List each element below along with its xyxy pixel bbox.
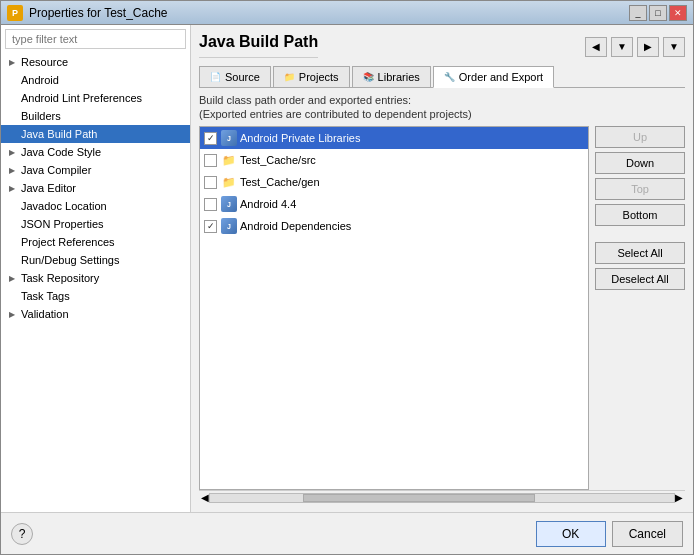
tab-order-export-label: Order and Export	[459, 71, 543, 83]
minimize-button[interactable]: _	[629, 5, 647, 21]
sidebar-item-label: Task Tags	[21, 290, 70, 302]
sidebar-item-label: Validation	[21, 308, 69, 320]
tab-order-export[interactable]: 🔧 Order and Export	[433, 66, 554, 88]
tab-libraries[interactable]: 📚 Libraries	[352, 66, 431, 87]
select-all-button[interactable]: Select All	[595, 242, 685, 264]
sidebar: ▶ Resource ▶ Android ▶ Android Lint Pref…	[1, 25, 191, 512]
tree-area: ▶ Resource ▶ Android ▶ Android Lint Pref…	[1, 53, 190, 512]
sidebar-item-label: Android Lint Preferences	[21, 92, 142, 104]
order-export-list[interactable]: J Android Private Libraries 📁 Test_Cache…	[199, 126, 589, 490]
forward-button[interactable]: ▶	[637, 37, 659, 57]
item-checkbox[interactable]	[204, 154, 217, 167]
bottom-buttons: OK Cancel	[536, 521, 683, 547]
sidebar-item-builders[interactable]: ▶ Builders	[1, 107, 190, 125]
expand-icon: ▶	[5, 145, 19, 159]
list-item-label: Android Private Libraries	[240, 132, 360, 144]
sidebar-item-label: Resource	[21, 56, 68, 68]
list-item[interactable]: J Android Dependencies	[200, 215, 588, 237]
nav-dropdown[interactable]: ▼	[611, 37, 633, 57]
side-buttons: Up Down Top Bottom Select All Deselect A…	[595, 126, 685, 490]
maximize-button[interactable]: □	[649, 5, 667, 21]
nav-menu-button[interactable]: ▼	[663, 37, 685, 57]
up-button[interactable]: Up	[595, 126, 685, 148]
tab-source[interactable]: 📄 Source	[199, 66, 271, 87]
sidebar-item-task-tags[interactable]: ▶ Task Tags	[1, 287, 190, 305]
sidebar-item-java-editor[interactable]: ▶ Java Editor	[1, 179, 190, 197]
panel-title: Java Build Path	[199, 33, 318, 58]
description-line2: (Exported entries are contributed to dep…	[199, 108, 685, 120]
deselect-all-button[interactable]: Deselect All	[595, 268, 685, 290]
scroll-left-button[interactable]: ◀	[201, 492, 209, 503]
tab-projects[interactable]: 📁 Projects	[273, 66, 350, 87]
main-content: J Android Private Libraries 📁 Test_Cache…	[199, 126, 685, 490]
item-checkbox[interactable]	[204, 176, 217, 189]
top-button[interactable]: Top	[595, 178, 685, 200]
expand-icon: ▶	[5, 307, 19, 321]
list-item-label: Android 4.4	[240, 198, 296, 210]
sidebar-item-java-build-path[interactable]: ▶ Java Build Path	[1, 125, 190, 143]
list-item[interactable]: 📁 Test_Cache/gen	[200, 171, 588, 193]
horizontal-scrollbar-area: ◀ ▶	[199, 490, 685, 504]
title-buttons: _ □ ✕	[629, 5, 687, 21]
sidebar-item-java-compiler[interactable]: ▶ Java Compiler	[1, 161, 190, 179]
sidebar-item-project-references[interactable]: ▶ Project References	[1, 233, 190, 251]
title-bar: P Properties for Test_Cache _ □ ✕	[1, 1, 693, 25]
sidebar-item-json-properties[interactable]: ▶ JSON Properties	[1, 215, 190, 233]
close-button[interactable]: ✕	[669, 5, 687, 21]
scrollbar-thumb[interactable]	[303, 494, 535, 502]
sidebar-item-label: Java Editor	[21, 182, 76, 194]
list-item-label: Test_Cache/src	[240, 154, 316, 166]
expand-icon: ▶	[5, 163, 19, 177]
source-tab-icon: 📄	[210, 72, 221, 82]
sidebar-item-label: Builders	[21, 110, 61, 122]
tab-libraries-label: Libraries	[378, 71, 420, 83]
item-checkbox[interactable]	[204, 220, 217, 233]
list-item[interactable]: J Android 4.4	[200, 193, 588, 215]
filter-input[interactable]	[5, 29, 186, 49]
tab-source-label: Source	[225, 71, 260, 83]
help-button[interactable]: ?	[11, 523, 33, 545]
bottom-bar: ? OK Cancel	[1, 512, 693, 554]
cancel-button[interactable]: Cancel	[612, 521, 683, 547]
list-item[interactable]: J Android Private Libraries	[200, 127, 588, 149]
ok-button[interactable]: OK	[536, 521, 606, 547]
sidebar-item-task-repository[interactable]: ▶ Task Repository	[1, 269, 190, 287]
bottom-button[interactable]: Bottom	[595, 204, 685, 226]
folder-icon: 📁	[221, 174, 237, 190]
sidebar-item-label: Javadoc Location	[21, 200, 107, 212]
horizontal-scrollbar[interactable]	[209, 493, 675, 503]
back-button[interactable]: ◀	[585, 37, 607, 57]
down-button[interactable]: Down	[595, 152, 685, 174]
sidebar-item-label: Java Compiler	[21, 164, 91, 176]
item-checkbox[interactable]	[204, 132, 217, 145]
sidebar-item-label: Task Repository	[21, 272, 99, 284]
item-checkbox[interactable]	[204, 198, 217, 211]
list-item[interactable]: 📁 Test_Cache/src	[200, 149, 588, 171]
libraries-tab-icon: 📚	[363, 72, 374, 82]
tab-projects-label: Projects	[299, 71, 339, 83]
nav-toolbar: ◀ ▼ ▶ ▼	[585, 37, 685, 57]
sidebar-item-javadoc-location[interactable]: ▶ Javadoc Location	[1, 197, 190, 215]
expand-icon: ▶	[5, 181, 19, 195]
library-icon: J	[221, 196, 237, 212]
list-item-label: Android Dependencies	[240, 220, 351, 232]
sidebar-item-label: Android	[21, 74, 59, 86]
sidebar-item-android-lint[interactable]: ▶ Android Lint Preferences	[1, 89, 190, 107]
sidebar-item-label: JSON Properties	[21, 218, 104, 230]
sidebar-item-run-debug[interactable]: ▶ Run/Debug Settings	[1, 251, 190, 269]
list-item-label: Test_Cache/gen	[240, 176, 320, 188]
library-icon: J	[221, 130, 237, 146]
content-area: ▶ Resource ▶ Android ▶ Android Lint Pref…	[1, 25, 693, 512]
scroll-right-button[interactable]: ▶	[675, 492, 683, 503]
sidebar-item-java-code-style[interactable]: ▶ Java Code Style	[1, 143, 190, 161]
sidebar-item-label: Java Code Style	[21, 146, 101, 158]
sidebar-item-android[interactable]: ▶ Android	[1, 71, 190, 89]
window-icon: P	[7, 5, 23, 21]
sidebar-item-label: Run/Debug Settings	[21, 254, 119, 266]
projects-tab-icon: 📁	[284, 72, 295, 82]
sidebar-item-validation[interactable]: ▶ Validation	[1, 305, 190, 323]
description-line1: Build class path order and exported entr…	[199, 94, 685, 106]
folder-icon: 📁	[221, 152, 237, 168]
sidebar-item-resource[interactable]: ▶ Resource	[1, 53, 190, 71]
tabs-row: 📄 Source 📁 Projects 📚 Libraries 🔧 Order …	[199, 66, 685, 88]
